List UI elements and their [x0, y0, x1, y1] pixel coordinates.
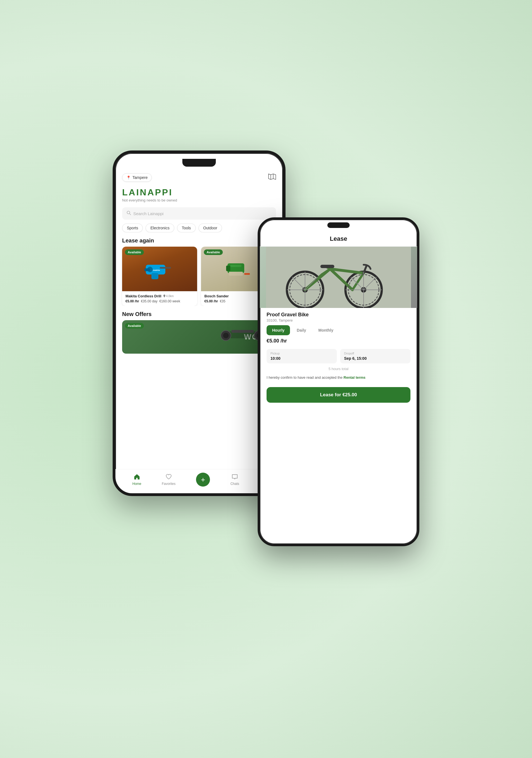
location-pill[interactable]: 📍 Tampere: [122, 173, 152, 182]
svg-rect-14: [230, 265, 241, 267]
svg-rect-35: [320, 265, 334, 268]
drill-price: €5.00 /hr €35.00 day €160.00 week: [125, 299, 194, 303]
bike-name: Proof Gravel Bike: [266, 312, 410, 318]
category-sports[interactable]: Sports: [122, 224, 143, 232]
heart-icon: [166, 474, 172, 481]
available-badge-new: Available: [125, 323, 144, 328]
category-tools[interactable]: Tools: [177, 224, 196, 232]
svg-point-18: [223, 333, 229, 338]
pickup-value: 10:00: [270, 356, 333, 361]
lease-button[interactable]: Lease for €25.00: [266, 387, 410, 403]
tab-daily[interactable]: Daily: [291, 325, 311, 335]
map-icon[interactable]: [268, 174, 276, 182]
pickup-field[interactable]: Pickup 10:00: [266, 349, 337, 363]
category-outdoor[interactable]: Outdoor: [198, 224, 222, 232]
drill-image: Available makita: [122, 247, 197, 291]
location-pin-icon: 📍: [126, 176, 131, 180]
svg-rect-12: [229, 272, 243, 276]
available-badge-sander: Available: [204, 249, 223, 255]
city-label: Tampere: [132, 175, 148, 180]
hours-total: 5 hours total: [260, 365, 417, 372]
notch-pill: [327, 223, 350, 228]
bike-location: 33100, Tampere: [266, 318, 410, 323]
nav-home[interactable]: Home: [132, 474, 141, 486]
search-bar[interactable]: Search Lainappi: [122, 207, 276, 220]
home-icon: [134, 474, 140, 481]
nav-add-button[interactable]: +: [196, 473, 210, 487]
drill-info: Makita Cordless Drill 4.0km €5.00 /hr €3…: [122, 291, 197, 306]
booking-row: Pickup 10:00 Dropoff Sep 6, 15:00: [260, 347, 417, 365]
new-offers-image[interactable]: Available WORX: [122, 320, 276, 354]
tab-monthly[interactable]: Monthly: [313, 325, 339, 335]
category-electronics[interactable]: Electronics: [146, 224, 174, 232]
phone-lease: Lease: [258, 217, 419, 546]
svg-rect-15: [244, 273, 250, 275]
nav-favorites[interactable]: Favorites: [162, 474, 175, 486]
svg-rect-21: [231, 330, 254, 333]
notch: [182, 159, 216, 167]
nav-chats[interactable]: Chats: [230, 474, 239, 486]
dropoff-field[interactable]: Dropoff Sep 6, 15:00: [340, 349, 410, 363]
svg-marker-0: [268, 174, 276, 180]
brand-section: LAINAPPI Not everything needs to be owne…: [116, 184, 283, 203]
svg-text:makita: makita: [153, 269, 160, 271]
available-badge-drill: Available: [125, 249, 144, 255]
nav-home-label: Home: [132, 482, 141, 486]
search-placeholder: Search Lainappi: [133, 211, 163, 216]
search-icon: [126, 211, 131, 216]
lease-title: Lease: [266, 235, 410, 242]
tab-hourly[interactable]: Hourly: [266, 325, 290, 335]
svg-rect-9: [144, 268, 150, 271]
current-price: €5.00 /hr: [260, 335, 417, 347]
svg-rect-6: [160, 267, 171, 269]
svg-rect-7: [151, 273, 159, 279]
terms-section: I hereby confirm to have read and accept…: [260, 372, 417, 383]
svg-rect-13: [226, 265, 230, 271]
nav-chats-label: Chats: [230, 482, 239, 486]
nav-favorites-label: Favorites: [162, 482, 175, 486]
bike-image: [260, 247, 417, 308]
product-card-drill[interactable]: Available makita Makita: [122, 247, 197, 306]
brand-name: LAINAPPI: [122, 187, 276, 197]
brand-tagline: Not everything needs to be owned: [122, 198, 276, 202]
dropoff-label: Dropoff: [344, 352, 407, 355]
product-detail: Proof Gravel Bike 33100, Tampere: [260, 308, 417, 325]
pickup-label: Pickup: [270, 352, 333, 355]
phone1-header: 📍 Tampere: [116, 169, 283, 184]
drill-name: Makita Cordless Drill 4.0km: [125, 294, 194, 298]
terms-link[interactable]: Rental terms: [343, 375, 366, 380]
dropoff-value: Sep 6, 15:00: [344, 356, 407, 361]
pricing-tabs: Hourly Daily Monthly: [260, 325, 417, 335]
chat-icon: [232, 474, 238, 481]
terms-prefix: I hereby confirm to have read and accept…: [266, 375, 342, 380]
svg-line-4: [130, 214, 131, 215]
plus-icon: +: [201, 476, 205, 483]
lease-header: Lease: [260, 230, 417, 247]
